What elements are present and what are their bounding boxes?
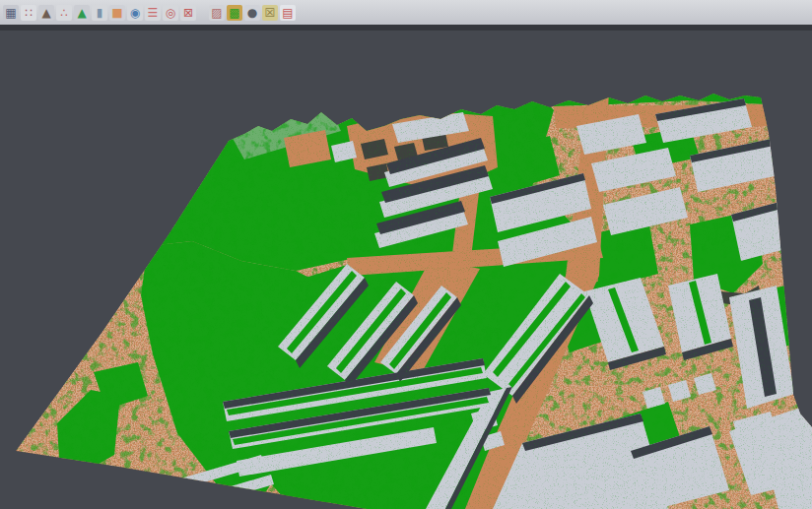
globe-projection-icon[interactable]: ◉ [127,5,143,21]
circle-pick-glyph: ◎ [166,7,175,19]
snapshot-glyph: ▤ [282,7,293,19]
sphere-render-glyph: ● [247,7,257,19]
ground-class-icon[interactable]: ■ [109,5,125,21]
raster-grid-glyph: ▨ [211,7,222,19]
scatter-points-glyph: ∴ [60,7,68,19]
layer-list-glyph: ☰ [148,7,159,19]
circle-pick-icon[interactable]: ◎ [163,5,178,21]
main-toolbar: ▦∷▲∴▲▮■◉☰◎⊠▨▩●☒▤ [0,0,812,25]
terrain-mesh-icon[interactable]: ▲ [38,5,54,21]
vegetation-class-icon[interactable]: ▲ [74,5,90,21]
point-pair-align-icon[interactable]: ∷ [21,5,36,21]
scatter-points-icon[interactable]: ∴ [56,5,72,21]
cross-section-glyph: ▮ [97,7,103,19]
crop-box-icon[interactable]: ⊠ [180,5,196,21]
registration-tool-icon[interactable]: ▦ [3,5,19,21]
globe-projection-glyph: ◉ [130,7,140,19]
ground-class-glyph: ■ [111,7,122,19]
raster-grid-icon[interactable]: ▨ [209,5,225,21]
delete-selection-icon[interactable]: ☒ [262,5,278,21]
toolbar-divider [0,25,812,31]
snapshot-icon[interactable]: ▤ [280,5,296,21]
delete-selection-glyph: ☒ [265,7,276,19]
viewport-3d[interactable] [0,0,812,509]
layer-list-icon[interactable]: ☰ [145,5,161,21]
terrain-mesh-glyph: ▲ [41,7,50,19]
classification-colormap-icon[interactable]: ▩ [227,5,242,21]
classification-colormap-glyph: ▩ [229,7,239,19]
registration-tool-glyph: ▦ [5,7,16,19]
crop-box-glyph: ⊠ [183,7,193,19]
cross-section-icon[interactable]: ▮ [92,5,107,21]
point-cloud-scene [0,0,812,509]
application-window: ▦∷▲∴▲▮■◉☰◎⊠▨▩●☒▤ [0,0,812,509]
point-pair-align-glyph: ∷ [25,7,33,19]
vegetation-class-glyph: ▲ [77,7,86,19]
sphere-render-icon[interactable]: ● [244,5,260,21]
